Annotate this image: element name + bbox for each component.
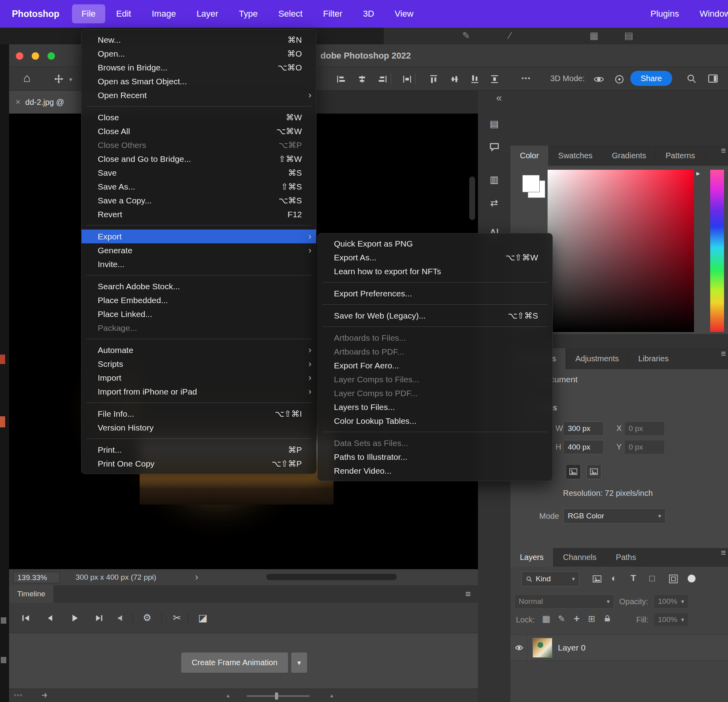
color-panel-menu-icon[interactable]: ≡ bbox=[721, 146, 727, 156]
width-field[interactable]: 300 px bbox=[563, 421, 604, 436]
layers-panel-menu-icon[interactable]: ≡ bbox=[721, 548, 727, 558]
menubar-item[interactable]: Window bbox=[690, 4, 728, 23]
menu-item[interactable]: Place Linked... bbox=[82, 307, 316, 321]
menu-item[interactable]: Generate › bbox=[82, 243, 316, 257]
menu-item[interactable]: Close ⌘W bbox=[82, 110, 316, 124]
convert-timeline-icon[interactable] bbox=[41, 692, 49, 699]
menu-item[interactable]: Version History bbox=[82, 421, 316, 434]
move-tool-icon[interactable] bbox=[53, 74, 64, 84]
menu-item[interactable]: Color Lookup Tables... bbox=[318, 414, 552, 428]
menu-item[interactable]: Save for Web (Legacy)... ⌥⇧⌘S bbox=[318, 309, 552, 323]
menu-item[interactable]: Paths to Illustrator... bbox=[318, 450, 552, 464]
orientation-landscape-icon[interactable] bbox=[586, 464, 601, 479]
menu-item[interactable]: Browse in Bridge... ⌥⌘O bbox=[82, 61, 316, 74]
filter-shape-layers-icon[interactable]: □ bbox=[649, 573, 655, 584]
menu-item[interactable]: Save a Copy... ⌥⌘S bbox=[82, 194, 316, 207]
align-top-icon[interactable] bbox=[428, 74, 439, 84]
menubar-item[interactable]: Edit bbox=[107, 4, 141, 23]
foreground-color-swatch[interactable] bbox=[522, 175, 540, 192]
maximize-window-button[interactable] bbox=[47, 52, 55, 60]
align-bottom-icon[interactable] bbox=[470, 74, 480, 84]
color-mode-dropdown[interactable]: RGB Color ▾ bbox=[563, 508, 665, 524]
collapse-panels-icon[interactable]: « bbox=[496, 92, 502, 104]
layer-thumbnail[interactable] bbox=[533, 638, 552, 658]
properties-panel-menu-icon[interactable]: ≡ bbox=[721, 349, 727, 359]
panel-tab[interactable]: Gradients bbox=[603, 146, 656, 166]
menubar-item[interactable]: Plugins bbox=[641, 4, 688, 23]
menubar-item[interactable]: 3D bbox=[353, 4, 383, 23]
menu-item[interactable]: Close All ⌥⌘W bbox=[82, 124, 316, 138]
y-field[interactable]: 0 px bbox=[624, 440, 665, 454]
menubar-item[interactable]: File bbox=[72, 4, 105, 23]
opacity-field[interactable]: 100% ▾ bbox=[654, 594, 688, 609]
hue-slider[interactable] bbox=[710, 170, 724, 332]
status-chevron-icon[interactable]: › bbox=[195, 571, 198, 582]
align-middle-icon[interactable] bbox=[449, 74, 460, 84]
next-frame-icon[interactable] bbox=[94, 613, 104, 623]
menu-item[interactable]: Open... ⌘O bbox=[82, 47, 316, 61]
menu-item[interactable]: Layers to Files... bbox=[318, 400, 552, 414]
rotate-3d-icon[interactable] bbox=[614, 74, 625, 85]
align-right-icon[interactable] bbox=[377, 74, 388, 84]
comments-panel-icon[interactable] bbox=[489, 142, 500, 152]
menu-item[interactable]: Save ⌘S bbox=[82, 166, 316, 180]
play-icon[interactable] bbox=[70, 613, 79, 623]
layer-filter-kind-dropdown[interactable]: Kind ▾ bbox=[521, 571, 579, 586]
swap-panel-icon[interactable]: ⇄ bbox=[487, 197, 501, 209]
menu-item[interactable]: Automate › bbox=[82, 343, 316, 357]
vertical-scrollbar[interactable] bbox=[469, 176, 475, 220]
menu-item[interactable]: Print... ⌘P bbox=[82, 443, 316, 457]
menu-item[interactable]: Import › bbox=[82, 371, 316, 385]
info-panel-icon[interactable]: ▤ bbox=[487, 118, 501, 129]
filter-image-layers-icon[interactable] bbox=[592, 574, 602, 584]
menubar-item[interactable]: Image bbox=[142, 4, 185, 23]
menu-item[interactable]: Revert F12 bbox=[82, 207, 316, 221]
filter-type-layers-icon[interactable]: T bbox=[631, 573, 636, 583]
menubar-item[interactable]: Type bbox=[229, 4, 267, 23]
menu-item[interactable]: Layer Comps to PDF... bbox=[318, 386, 552, 400]
previous-frame-icon[interactable] bbox=[45, 613, 55, 623]
lock-position-icon[interactable]: + bbox=[574, 613, 580, 625]
lock-all-icon[interactable] bbox=[603, 614, 612, 623]
menu-item[interactable]: Close Others ⌥⌘P bbox=[82, 138, 316, 152]
workspace-switcher-icon[interactable] bbox=[708, 74, 718, 84]
filter-adjustment-layers-icon[interactable]: ◐ bbox=[611, 573, 617, 584]
menu-item[interactable]: Open Recent › bbox=[82, 88, 316, 102]
first-frame-icon[interactable] bbox=[21, 613, 30, 623]
x-field[interactable]: 0 px bbox=[624, 421, 665, 436]
panel-tab[interactable]: Libraries bbox=[629, 348, 679, 369]
fill-field[interactable]: 100% ▾ bbox=[654, 613, 688, 627]
menu-item[interactable]: Package... bbox=[82, 321, 316, 335]
layer-filter-toggle[interactable] bbox=[688, 575, 696, 582]
menu-item[interactable]: Artboards to PDF... bbox=[318, 345, 552, 359]
align-left-icon[interactable] bbox=[336, 74, 346, 84]
menu-item[interactable]: Data Sets as Files... bbox=[318, 436, 552, 450]
zoom-level-field[interactable]: 139.33% bbox=[13, 572, 60, 583]
layer-row[interactable]: Layer 0 bbox=[510, 635, 728, 661]
menu-item[interactable]: Close and Go to Bridge... ⇧⌘W bbox=[82, 152, 316, 166]
menu-item[interactable]: Artboards to Files... bbox=[318, 331, 552, 345]
menu-item[interactable]: Invite... bbox=[82, 257, 316, 271]
panel-tab[interactable]: Patterns bbox=[656, 146, 705, 166]
panel-tab[interactable]: Color bbox=[510, 146, 549, 166]
menu-item[interactable]: Print One Copy ⌥⇧⌘P bbox=[82, 457, 316, 471]
transition-icon[interactable]: ◪ bbox=[198, 612, 208, 624]
distribute-horizontal-icon[interactable] bbox=[402, 74, 412, 84]
lock-pixels-icon[interactable]: ✎ bbox=[558, 614, 565, 624]
orbit-3d-icon[interactable] bbox=[593, 74, 604, 85]
menu-item[interactable]: Render Video... bbox=[318, 464, 552, 478]
menu-item[interactable]: Export As... ⌥⇧⌘W bbox=[318, 250, 552, 264]
menu-item[interactable]: Scripts › bbox=[82, 357, 316, 371]
layer-name[interactable]: Layer 0 bbox=[558, 643, 586, 653]
lock-transparency-icon[interactable]: ▦ bbox=[542, 614, 550, 624]
tab-timeline[interactable]: Timeline bbox=[9, 585, 53, 603]
menu-item[interactable]: Save As... ⇧⌘S bbox=[82, 180, 316, 194]
menu-item[interactable]: Layer Comps to Files... bbox=[318, 372, 552, 386]
align-center-horizontal-icon[interactable] bbox=[357, 74, 367, 84]
menubar-item[interactable]: Select bbox=[269, 4, 312, 23]
slider-handle[interactable] bbox=[275, 693, 278, 700]
tool-chevron-down-icon[interactable]: ▾ bbox=[69, 76, 72, 83]
menubar-item[interactable]: Layer bbox=[187, 4, 228, 23]
menu-item[interactable]: Export For Aero... bbox=[318, 359, 552, 372]
blend-mode-dropdown[interactable]: Normal ▾ bbox=[514, 594, 614, 609]
